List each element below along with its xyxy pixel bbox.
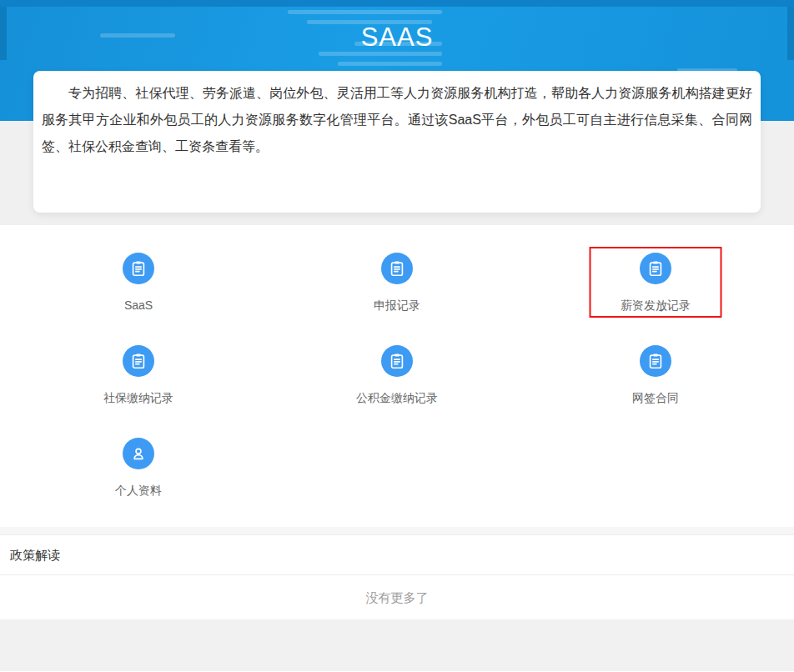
feature-personal-profile[interactable]: 个人资料 bbox=[9, 438, 268, 499]
intro-description: 专为招聘、社保代理、劳务派遣、岗位外包、灵活用工等人力资源服务机构打造，帮助各人… bbox=[42, 80, 752, 160]
feature-label: 社保缴纳记录 bbox=[103, 390, 173, 406]
user-icon bbox=[123, 438, 154, 469]
feature-label: 薪资发放记录 bbox=[621, 298, 691, 313]
feature-saas[interactable]: SaaS bbox=[9, 253, 268, 313]
feature-salary-payment-records[interactable]: 薪资发放记录 bbox=[526, 253, 785, 313]
feature-grid: SaaS 申报记录 薪资发放记录 bbox=[0, 225, 794, 527]
clipboard-icon bbox=[123, 253, 154, 284]
clipboard-icon bbox=[381, 253, 413, 284]
intro-band: 专为招聘、社保代理、劳务派遣、岗位外包、灵活用工等人力资源服务机构打造，帮助各人… bbox=[0, 71, 794, 225]
clipboard-icon bbox=[640, 345, 671, 377]
feature-label: 个人资料 bbox=[115, 483, 162, 499]
clipboard-icon bbox=[381, 345, 413, 377]
feature-label: 公积金缴纳记录 bbox=[356, 390, 438, 406]
section-divider bbox=[0, 527, 794, 535]
feature-label: 申报记录 bbox=[374, 298, 420, 313]
hero-top-strip bbox=[0, 0, 794, 7]
feature-social-security-records[interactable]: 社保缴纳记录 bbox=[9, 345, 268, 406]
feature-provident-fund-records[interactable]: 公积金缴纳记录 bbox=[268, 345, 526, 406]
feature-declaration-records[interactable]: 申报记录 bbox=[268, 253, 526, 313]
page-footer bbox=[0, 619, 794, 671]
clipboard-icon bbox=[640, 253, 671, 284]
clipboard-icon bbox=[123, 345, 154, 377]
intro-card: 专为招聘、社保代理、劳务派遣、岗位外包、灵活用工等人力资源服务机构打造，帮助各人… bbox=[33, 71, 761, 213]
no-more-text: 没有更多了 bbox=[0, 575, 794, 619]
feature-label: 网签合同 bbox=[632, 390, 679, 406]
policy-section-heading: 政策解读 bbox=[0, 535, 794, 575]
feature-label: SaaS bbox=[124, 298, 153, 313]
feature-online-signed-contract[interactable]: 网签合同 bbox=[526, 345, 785, 406]
page-title: SAAS bbox=[0, 23, 794, 53]
